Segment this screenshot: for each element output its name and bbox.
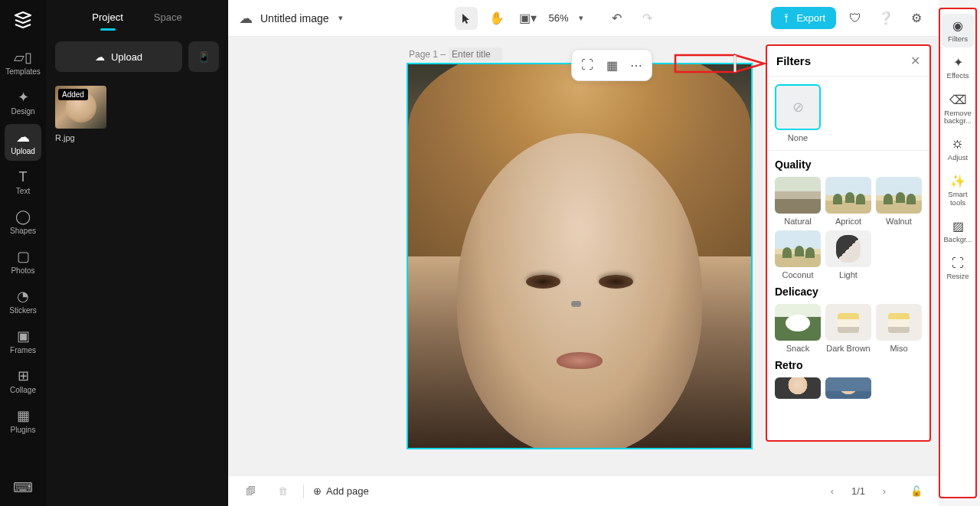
close-icon[interactable]: ✕ [910, 54, 920, 68]
cloud-sync-icon[interactable]: ☁ [239, 10, 253, 27]
filter-walnut[interactable]: Walnut [876, 177, 922, 226]
cloud-upload-icon: ☁ [95, 51, 105, 63]
top-bar: ☁ Untitled image ▾ ✋ ▣▾ 56% ▾ ↶ ↷ ⭱ Expo… [228, 0, 939, 37]
nav-shapes[interactable]: ◯Shapes [5, 204, 41, 240]
tab-space[interactable]: Space [154, 5, 182, 29]
chevron-down-icon[interactable]: ▾ [338, 13, 343, 23]
trash-icon[interactable]: 🗑 [271, 480, 294, 503]
next-page-button[interactable]: › [873, 480, 896, 503]
media-item[interactable]: Added R.jpg [55, 86, 132, 142]
upload-icon: ☁ [16, 129, 30, 145]
document-title[interactable]: Untitled image [260, 12, 329, 24]
nav-templates[interactable]: ▱▯Templates [5, 44, 41, 81]
photos-icon: ▢ [17, 249, 30, 264]
right-rail-remove-bg[interactable]: ⌫Remove backgr... [942, 88, 974, 130]
nav-upload[interactable]: ☁Upload [5, 124, 41, 161]
keyboard-icon: ⌨ [13, 480, 33, 495]
filter-apricot[interactable]: Apricot [825, 177, 871, 226]
nav-frames[interactable]: ▣Frames [5, 323, 41, 360]
magic-icon: ✨ [950, 174, 965, 188]
nav-text[interactable]: TText [5, 164, 41, 201]
crop-tool[interactable]: ▣▾ [516, 7, 539, 30]
media-added-badge: Added [58, 89, 88, 100]
zoom-level[interactable]: 56% [548, 12, 568, 24]
help-icon[interactable]: ❔ [874, 7, 897, 30]
adjust-icon: ⛭ [952, 138, 964, 152]
right-rail-effects[interactable]: ✦Effects [942, 51, 974, 84]
nav-collage[interactable]: ⊞Collage [5, 363, 41, 400]
nav-photos[interactable]: ▢Photos [5, 243, 41, 280]
right-rail-resize[interactable]: ⛶Resize [942, 252, 974, 285]
side-panel: Project Space ☁ Upload 📱 Added R.jpg [46, 0, 228, 506]
filter-retro-2[interactable] [825, 377, 871, 399]
hand-tool[interactable]: ✋ [485, 7, 508, 30]
filters-icon: ◉ [952, 18, 963, 33]
right-rail-smart-tools[interactable]: ✨Smart tools [942, 169, 974, 211]
canvas-image[interactable] [407, 63, 753, 449]
crop-selection-button[interactable]: ⛶ [577, 54, 598, 76]
center-area: ☁ Untitled image ▾ ✋ ▣▾ 56% ▾ ↶ ↷ ⭱ Expo… [228, 0, 939, 506]
section-quality: Quality [775, 158, 922, 171]
add-page-button[interactable]: ⊕ Add page [313, 485, 369, 497]
add-page-icon: ⊕ [313, 485, 322, 497]
grid-selection-button[interactable]: ▦ [601, 54, 622, 76]
right-rail: ◉Filters ✦Effects ⌫Remove backgr... ⛭Adj… [939, 8, 977, 498]
upload-mobile-button[interactable]: 📱 [188, 41, 219, 72]
filter-none[interactable]: ⊘ None [775, 84, 821, 142]
canvas-area[interactable]: Page 1 – ⛶ ▦ ⋯ Filters [228, 37, 939, 475]
frames-icon: ▣ [17, 328, 30, 344]
selection-toolbar: ⛶ ▦ ⋯ [571, 49, 652, 81]
page-title-input[interactable] [449, 47, 502, 61]
nav-stickers[interactable]: ◔Stickers [5, 283, 41, 320]
section-delicacy: Delicacy [775, 286, 922, 298]
filters-panel-title: Filters [776, 54, 811, 67]
filter-natural[interactable]: Natural [775, 177, 821, 226]
right-rail-background[interactable]: ▨Backgr... [942, 214, 974, 248]
lock-icon[interactable]: 🔓 [905, 480, 928, 503]
export-button[interactable]: ⭱ Export [771, 7, 836, 29]
layers-icon[interactable]: 🗐 [239, 480, 262, 503]
select-tool[interactable] [455, 7, 478, 30]
tab-project[interactable]: Project [92, 5, 122, 29]
redo-button[interactable]: ↷ [635, 7, 658, 30]
templates-icon: ▱▯ [14, 50, 32, 65]
nav-design[interactable]: ✦Design [5, 84, 41, 121]
more-selection-button[interactable]: ⋯ [626, 54, 647, 76]
nav-plugins[interactable]: ▦Plugins [5, 403, 41, 439]
filter-light[interactable]: Light [825, 230, 871, 279]
bottom-bar: 🗐 🗑 ⊕ Add page ‹ 1/1 › 🔓 [228, 475, 939, 506]
stickers-icon: ◔ [17, 289, 29, 304]
zoom-chevron-icon[interactable]: ▾ [579, 13, 583, 23]
upload-button[interactable]: ☁ Upload [55, 41, 182, 72]
shapes-icon: ◯ [15, 209, 31, 224]
background-icon: ▨ [952, 219, 964, 233]
side-panel-tabs: Project Space [46, 0, 228, 34]
effects-icon: ✦ [953, 55, 963, 70]
right-rail-filters[interactable]: ◉Filters [942, 14, 974, 47]
filter-miso[interactable]: Miso [876, 304, 922, 353]
page-label: Page 1 – [409, 47, 502, 61]
plugins-icon: ▦ [17, 408, 30, 423]
design-icon: ✦ [18, 90, 29, 105]
text-icon: T [19, 169, 28, 184]
filter-snack[interactable]: Snack [775, 304, 821, 353]
resize-icon: ⛶ [952, 256, 964, 270]
undo-button[interactable]: ↶ [605, 7, 628, 30]
filter-coconut[interactable]: Coconut [775, 230, 821, 279]
nav-keyboard[interactable]: ⌨ [5, 469, 41, 506]
shield-icon[interactable]: 🛡 [844, 7, 867, 30]
mobile-icon: 📱 [198, 51, 211, 63]
filters-panel: Filters ✕ ⊘ None Quality Natural Apricot… [766, 44, 931, 442]
section-retro: Retro [775, 359, 922, 371]
right-rail-adjust[interactable]: ⛭Adjust [942, 133, 974, 166]
settings-icon[interactable]: ⚙ [905, 7, 928, 30]
eraser-icon: ⌫ [949, 93, 967, 107]
prev-page-button[interactable]: ‹ [821, 480, 844, 503]
media-filename: R.jpg [55, 133, 132, 142]
filter-dark-brown[interactable]: Dark Brown [825, 304, 871, 353]
app-logo [9, 6, 37, 34]
media-thumbnail[interactable]: Added [55, 86, 106, 129]
page-counter: 1/1 [851, 485, 865, 497]
filter-retro-1[interactable] [775, 377, 821, 399]
left-rail: ▱▯Templates ✦Design ☁Upload TText ◯Shape… [0, 0, 46, 506]
